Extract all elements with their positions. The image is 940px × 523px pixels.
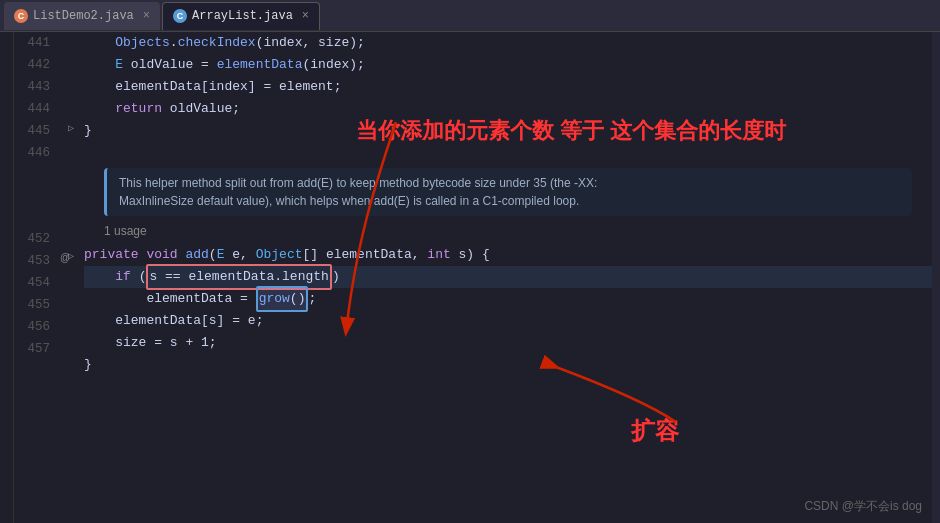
line-num-443: 443 xyxy=(14,76,50,98)
tab-list-demo[interactable]: C ListDemo2.java × xyxy=(4,2,160,30)
watermark: CSDN @学不会is dog xyxy=(804,495,922,517)
tab-arraylist[interactable]: C ArrayList.java × xyxy=(162,2,320,30)
gutter: ▷ @ ▷ xyxy=(58,32,76,523)
code-line-444: return oldValue; xyxy=(84,98,932,120)
scrollbar[interactable] xyxy=(932,32,940,523)
line-num-457: 457 xyxy=(14,338,50,360)
line-num-doc1 xyxy=(14,164,50,208)
code-line-443: elementData[index] = element; xyxy=(84,76,932,98)
tab-list-demo-close[interactable]: × xyxy=(143,9,150,23)
doc-line1: This helper method split out from add(E)… xyxy=(119,174,900,192)
code-line-441: Objects.checkIndex(index, size); xyxy=(84,32,932,54)
code-line-453: if (s == elementData.length) xyxy=(84,266,932,288)
line-num-442: 442 xyxy=(14,54,50,76)
code-line-455: elementData[s] = e; xyxy=(84,310,932,332)
tab-arraylist-icon: C xyxy=(173,9,187,23)
line-num-452: 452 xyxy=(14,228,50,250)
doc-comment-block: This helper method split out from add(E)… xyxy=(104,168,912,216)
line-num-445: 445 xyxy=(14,120,50,142)
tab-bar: C ListDemo2.java × C ArrayList.java × xyxy=(0,0,940,32)
line-num-446: 446 xyxy=(14,142,50,164)
code-content[interactable]: Objects.checkIndex(index, size); E oldVa… xyxy=(76,32,932,523)
line-num-441: 441 xyxy=(14,32,50,54)
code-line-446 xyxy=(84,142,932,164)
code-line-456: size = s + 1; xyxy=(84,332,932,354)
tab-list-demo-icon: C xyxy=(14,9,28,23)
line-num-454: 454 xyxy=(14,272,50,294)
line-num-455: 455 xyxy=(14,294,50,316)
line-num-453: 453 xyxy=(14,250,50,272)
left-bar xyxy=(0,32,14,523)
doc-line2: MaxInlineSize default value), which help… xyxy=(119,192,900,210)
tab-arraylist-label: ArrayList.java xyxy=(192,9,293,23)
line-num-456: 456 xyxy=(14,316,50,338)
chinese-annotation-2: 扩容 xyxy=(631,420,679,442)
code-line-445: } xyxy=(84,120,932,142)
code-line-457: } xyxy=(84,354,932,376)
line-num-444: 444 xyxy=(14,98,50,120)
usage-count: 1 usage xyxy=(104,220,932,242)
code-line-452: private void add(E e, Object[] elementDa… xyxy=(84,244,932,266)
editor-area: 441 442 443 444 445 446 452 453 454 455 … xyxy=(0,32,940,523)
tab-list-demo-label: ListDemo2.java xyxy=(33,9,134,23)
line-num-usage xyxy=(14,208,50,228)
code-line-454: elementData = grow(); xyxy=(84,288,932,310)
code-line-442: E oldValue = elementData(index); xyxy=(84,54,932,76)
tab-arraylist-close[interactable]: × xyxy=(302,9,309,23)
line-numbers: 441 442 443 444 445 446 452 453 454 455 … xyxy=(14,32,58,523)
